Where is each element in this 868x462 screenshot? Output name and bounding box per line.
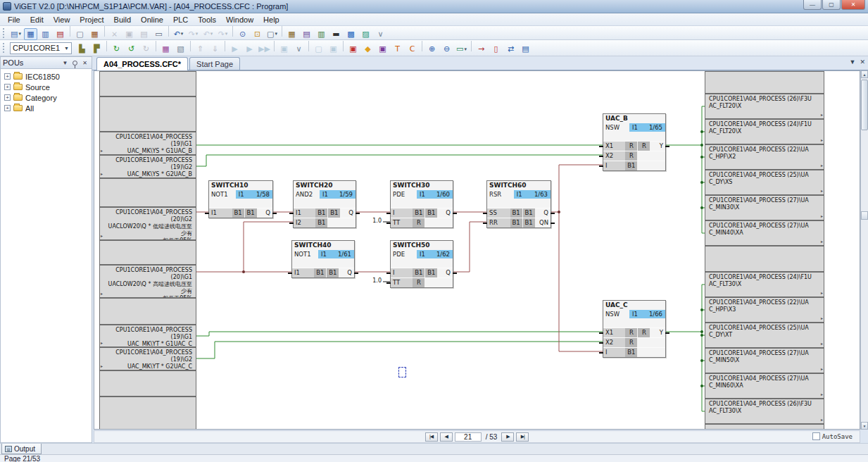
function-block-switch10[interactable]: SWITCH10NOT1I11/58I1B1B1Q: [208, 180, 273, 218]
output-pin[interactable]: Q: [340, 208, 356, 218]
function-block-switch50[interactable]: SWITCH50PDEI11/62IB1B1QTTR: [390, 240, 453, 288]
plc-monitor-button[interactable]: ▣: [346, 43, 360, 55]
output-pin[interactable]: Y: [650, 142, 665, 151]
menu-window[interactable]: Window: [221, 15, 258, 25]
pointer-mode-button[interactable]: →: [474, 43, 488, 55]
redo-button[interactable]: ↷: [187, 28, 200, 40]
preview-button[interactable]: ▧: [174, 43, 187, 55]
function-block-switch30[interactable]: SWITCH30PDEI11/60IB1B1QTTR: [390, 180, 453, 228]
active-files-dropdown-icon[interactable]: ▼: [850, 58, 856, 65]
function-block-switch40[interactable]: SWITCH40NOT1I11/61I1B1B1Q: [291, 240, 355, 278]
type-c-button[interactable]: C: [405, 43, 419, 55]
run-button[interactable]: ▶: [228, 43, 241, 55]
toolbar-overflow[interactable]: ∨: [374, 28, 387, 40]
compare-button[interactable]: ▢: [312, 43, 325, 55]
print-button[interactable]: ▭: [152, 28, 165, 40]
find-button[interactable]: ⊙: [236, 28, 249, 40]
undo-button[interactable]: ↶: [172, 28, 185, 40]
zoom-out-button[interactable]: ⊖: [440, 43, 453, 55]
prev-page-button[interactable]: ◀: [440, 432, 453, 442]
output-pin[interactable]: Q: [339, 268, 354, 277]
close-document-icon[interactable]: ✕: [860, 58, 865, 65]
left-margin-connector-empty[interactable]: [99, 71, 196, 96]
scrollbar-thumb[interactable]: [861, 80, 868, 130]
left-margin-connector-empty[interactable]: [99, 370, 196, 397]
input-pin[interactable]: TTR: [391, 218, 424, 227]
input-pin[interactable]: IB1: [603, 348, 637, 357]
find-in-files-button[interactable]: ⊡: [251, 28, 264, 40]
function-block-switch20[interactable]: SWITCH20AND2I11/59I1B1B1QI2B1: [293, 180, 356, 228]
copy-button[interactable]: ▣: [122, 28, 136, 40]
tree-item-all[interactable]: +All: [1, 103, 92, 113]
pin-icon[interactable]: [70, 58, 80, 68]
right-margin-connector[interactable]: CPU1CORE1\A04_PROCESS (27)\UA C_MIN50\X▸: [705, 348, 824, 373]
left-margin-connector[interactable]: CPU1CORE1\A04_PROCESS (20)\G2 UACLOW20\Q…: [99, 207, 196, 240]
toolbar-overflow[interactable]: ∨: [292, 43, 306, 55]
step-over-button[interactable]: ▶▶: [258, 43, 271, 55]
input-pin[interactable]: I1B1: [292, 268, 326, 277]
input-pin[interactable]: RRB1: [487, 218, 522, 227]
input-pin[interactable]: SSB1: [487, 208, 522, 218]
save-all-button[interactable]: ▥: [39, 28, 52, 40]
last-page-button[interactable]: ▶|: [516, 432, 529, 442]
page-number-input[interactable]: 21: [455, 432, 482, 442]
window-list-button[interactable]: ▢: [265, 28, 279, 40]
autosave-checkbox[interactable]: [812, 432, 820, 440]
output-pin[interactable]: Q: [437, 268, 453, 277]
output-pin[interactable]: QN: [535, 218, 551, 227]
chevron-down-icon[interactable]: ▼: [61, 58, 70, 68]
toolbar-grip[interactable]: [3, 43, 6, 53]
left-margin-connector[interactable]: CPU1CORE1\A04_PROCESS (19)\G2 UAC_MK\YT …: [99, 347, 196, 370]
properties-window-button[interactable]: ▤: [300, 28, 313, 40]
scrollbar-marker[interactable]: [861, 211, 868, 220]
left-margin-connector-empty[interactable]: [99, 397, 196, 430]
constant-value[interactable]: 1.0: [363, 277, 382, 284]
team-window-button[interactable]: ▨: [359, 28, 372, 40]
plc-connect-button[interactable]: ◆: [361, 43, 375, 55]
sync-button[interactable]: ↻: [139, 43, 153, 55]
menu-plc[interactable]: PLC: [168, 15, 193, 25]
plc-debug-button[interactable]: ▣: [376, 43, 389, 55]
tag-button[interactable]: ▯: [489, 43, 503, 55]
watch-window-button[interactable]: ▩: [344, 28, 358, 40]
download-plc-button[interactable]: ⇓: [208, 43, 222, 55]
right-margin-connector[interactable]: CPU1CORE1\A04_PROCESS (26)\F3U AC_FLT30\…: [705, 399, 824, 424]
left-margin-connector[interactable]: CPU1CORE1\A04_PROCESS (19)\G2 UAC_MK\YS …: [99, 155, 196, 178]
first-page-button[interactable]: |◀: [425, 432, 438, 442]
page-setup-button[interactable]: ▢: [73, 28, 87, 40]
scroll-up-icon[interactable]: ▲: [861, 70, 868, 78]
function-block-switch60[interactable]: SWITCH60RSRI11/63SSB1B1QRRB1B1QN: [486, 180, 551, 228]
output-pin[interactable]: Y: [650, 328, 665, 337]
right-margin-connector[interactable]: CPU1CORE1\A04_PROCESS (27)\UA C_MIN30\X▸: [705, 195, 824, 220]
output-pin[interactable]: Q: [535, 208, 551, 218]
input-pin[interactable]: X2R: [603, 151, 637, 161]
paste-button[interactable]: ▤: [137, 28, 151, 40]
menu-project[interactable]: Project: [75, 15, 108, 25]
function-block-uac_b[interactable]: UAC_BNSWI11/65X1RRYX2RIB1: [603, 113, 666, 171]
expand-icon[interactable]: +: [4, 84, 11, 90]
left-margin-connector-empty[interactable]: [99, 298, 196, 325]
input-pin[interactable]: I1B1: [294, 208, 327, 218]
next-page-button[interactable]: ▶: [501, 432, 514, 442]
left-margin-connector[interactable]: CPU1CORE1\A04_PROCESS (20)\G1 UACLOW20\Q…: [99, 265, 196, 298]
menu-help[interactable]: Help: [258, 15, 284, 25]
zoom-fit-button[interactable]: ▭: [455, 43, 468, 55]
left-margin-connector-empty[interactable]: [99, 240, 196, 265]
input-pin[interactable]: IB1: [603, 161, 637, 170]
right-margin-connector[interactable]: CPU1CORE1\A04_PROCESS (25)\UA C_DY\XT▸: [705, 323, 824, 348]
close-icon[interactable]: ✕: [80, 58, 89, 68]
grid-view-button[interactable]: ▦: [159, 43, 172, 55]
right-margin-connector-empty[interactable]: [705, 71, 824, 94]
output-panel-tab[interactable]: ▤ Output: [1, 444, 42, 454]
maximize-button[interactable]: ▢: [822, 0, 841, 10]
right-margin-connector[interactable]: CPU1CORE1\A04_PROCESS (25)\UA C_DY\XS▸: [705, 170, 824, 195]
constant-value[interactable]: 1.0: [363, 218, 382, 224]
vertical-scrollbar[interactable]: ▲ ▼: [860, 70, 868, 430]
build-button[interactable]: ▙: [75, 43, 89, 55]
upload-plc-button[interactable]: ⇑: [194, 43, 207, 55]
input-pin[interactable]: X1R: [603, 142, 637, 151]
right-margin-connector[interactable]: CPU1CORE1\A04_PROCESS (24)\F1U AC_FLT30\…: [705, 272, 824, 297]
toolbar-grip[interactable]: [3, 28, 6, 38]
close-button[interactable]: ✕: [841, 0, 865, 10]
cfc-page[interactable]: CPU1CORE1\A04_PROCESS (19)\G1 UAC_MK\YS …: [94, 70, 860, 430]
